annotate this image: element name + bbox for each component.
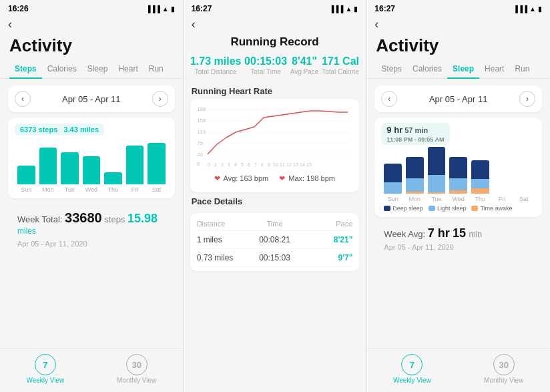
tab-heart-1[interactable]: Heart <box>113 60 143 79</box>
stat-cal: 171 Cal Total Calorie <box>322 55 359 75</box>
status-icons-2: ▐▐▐ ▲ ▮ <box>329 5 358 13</box>
bar-col-tue: Tue <box>61 152 79 193</box>
bottom-nav-1: 7 Weekly View 30 Monthly View <box>0 348 183 392</box>
svg-text:9: 9 <box>268 162 270 167</box>
weekly-view-btn-1[interactable]: 7 Weekly View <box>26 354 64 384</box>
bar-label-fri: Fri <box>131 186 139 193</box>
sleep-col-fri: Fri <box>493 194 511 202</box>
date-next-1[interactable]: › <box>152 91 168 107</box>
bar-label-thu: Thu <box>108 186 119 193</box>
monthly-view-btn-1[interactable]: 30 Monthly View <box>117 354 156 384</box>
pace-header: Distance Time Pace <box>197 217 353 231</box>
sleep-col-wed: Wed <box>449 157 467 202</box>
tab-sleep-3[interactable]: Sleep <box>447 60 479 79</box>
awake-wed <box>449 190 467 194</box>
light-tue <box>428 175 446 192</box>
weekly-label-3: Weekly View <box>393 377 431 384</box>
stat-distance-val: 1.73 miles <box>190 55 242 67</box>
date-prev-1[interactable]: ‹ <box>15 91 31 107</box>
avg-hours: 7 hr <box>428 226 450 240</box>
tab-run-1[interactable]: Run <box>144 60 169 79</box>
pace-title: Pace Details <box>184 192 366 209</box>
heart-rate-svg: 198 158 119 79 40 0 0 1 2 3 4 5 <box>196 104 352 168</box>
sleep-label-fri: Fri <box>499 196 506 202</box>
status-time-1: 16:26 <box>8 4 29 13</box>
svg-text:119: 119 <box>197 129 206 135</box>
pace-header-distance: Distance <box>197 220 248 228</box>
svg-text:13: 13 <box>293 162 298 167</box>
signal-icon-1: ▐▐▐ <box>146 5 160 13</box>
battery-icon-3: ▮ <box>538 5 542 13</box>
week-total-1: Week Total: 33680 steps 15.98 miles <box>8 204 175 238</box>
svg-text:0: 0 <box>208 162 210 167</box>
screen-activity-sleep: 16:27 ▐▐▐ ▲ ▮ ‹ Activity Steps Calories … <box>366 0 550 392</box>
light-thu <box>471 179 489 188</box>
tab-steps-1[interactable]: Steps <box>9 60 42 79</box>
tabs-3: Steps Calories Sleep Heart Run <box>366 60 550 79</box>
date-next-3[interactable]: › <box>519 91 535 107</box>
status-bar-1: 16:26 ▐▐▐ ▲ ▮ <box>0 0 183 16</box>
svg-text:8: 8 <box>261 162 264 167</box>
light-swatch <box>429 206 435 211</box>
svg-text:1: 1 <box>214 162 217 167</box>
deep-sun <box>384 164 402 182</box>
svg-text:15: 15 <box>306 162 312 167</box>
max-legend: ❤ Max: 198 bpm <box>279 174 335 183</box>
battery-icon-1: ▮ <box>171 5 175 13</box>
screen-running-record: 16:27 ▐▐▐ ▲ ▮ ‹ Running Record 1.73 mile… <box>184 0 367 392</box>
bar-mon <box>39 148 57 184</box>
back-button-3[interactable]: ‹ <box>366 16 550 34</box>
week-date-3: Apr 05 - Apr 11, 2020 <box>374 242 542 256</box>
date-prev-3[interactable]: ‹ <box>381 91 397 107</box>
sleep-stack-thu <box>471 160 489 194</box>
weekly-view-btn-3[interactable]: 7 Weekly View <box>393 354 431 384</box>
tab-calories-1[interactable]: Calories <box>42 60 82 79</box>
legend-light: Light sleep <box>429 205 467 212</box>
wifi-icon-1: ▲ <box>162 5 169 13</box>
avg-mins-val: 15 <box>453 226 466 240</box>
sleep-mins: 57 min <box>404 126 428 134</box>
back-button-1[interactable]: ‹ <box>0 16 183 34</box>
sleep-col-mon: Mon <box>406 157 424 202</box>
bar-label-wed: Wed <box>85 186 97 193</box>
bar-col-thu: Thu <box>104 172 122 193</box>
tab-heart-3[interactable]: Heart <box>479 60 509 79</box>
steps-chart-container: 6373 steps 3.43 miles Sun Mon <box>8 118 175 198</box>
bar-col-sat: Sat <box>148 143 166 193</box>
content-area-3: ‹ Apr 05 - Apr 11 › 9 hr 57 min 11:08 PM… <box>366 79 550 348</box>
date-nav-1: ‹ Apr 05 - Apr 11 › <box>8 85 175 112</box>
status-bar-3: 16:27 ▐▐▐ ▲ ▮ <box>366 0 550 16</box>
sleep-tooltip: 9 hr 57 min 11:08 PM - 09:05 AM <box>381 123 449 145</box>
monthly-label-1: Monthly View <box>117 377 156 384</box>
pace-header-pace: Pace <box>301 220 352 228</box>
stat-distance-lbl: Total Distance <box>190 68 242 75</box>
bar-wed <box>83 156 101 184</box>
svg-text:2: 2 <box>221 162 224 167</box>
tab-sleep-1[interactable]: Sleep <box>82 60 113 79</box>
bar-col-sun: Sun <box>17 166 35 193</box>
signal-icon-3: ▐▐▐ <box>513 5 527 13</box>
tab-run-3[interactable]: Run <box>509 60 535 79</box>
bar-tue <box>61 152 79 184</box>
stat-pace-lbl: Avg Pace <box>290 68 319 75</box>
svg-text:79: 79 <box>197 140 203 146</box>
stat-time-val: 00:15:03 <box>244 55 287 67</box>
status-time-3: 16:27 <box>374 4 395 13</box>
bar-col-wed: Wed <box>83 156 101 193</box>
pace-val-2: 9'7" <box>301 253 352 262</box>
tab-calories-3[interactable]: Calories <box>407 60 447 79</box>
tooltip-miles: 3.43 miles <box>63 126 99 134</box>
awake-tue <box>428 192 446 194</box>
wifi-icon-2: ▲ <box>345 5 352 13</box>
pace-table: Distance Time Pace 1 miles 00:08:21 8'21… <box>190 213 360 271</box>
monthly-view-btn-3[interactable]: 30 Monthly View <box>484 354 523 384</box>
svg-text:12: 12 <box>286 162 292 167</box>
heart-rate-chart: 198 158 119 79 40 0 0 1 2 3 4 5 <box>190 99 360 192</box>
bar-col-fri: Fri <box>126 146 144 193</box>
sleep-label-tue: Tue <box>431 196 441 202</box>
sleep-bar-chart: Sun Mon <box>381 149 535 202</box>
back-button-2[interactable]: ‹ <box>184 16 366 34</box>
svg-text:11: 11 <box>280 162 285 167</box>
avg-bpm-text: Avg: 163 bpm <box>224 174 269 182</box>
tab-steps-3[interactable]: Steps <box>376 60 407 79</box>
